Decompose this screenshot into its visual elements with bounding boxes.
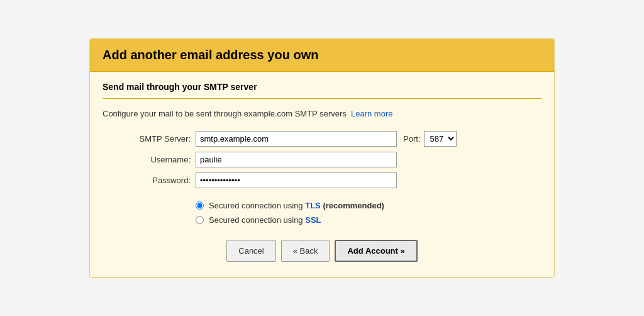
tls-recommended: (recommended) xyxy=(323,201,384,210)
password-label: Password: xyxy=(128,176,191,185)
tls-radio[interactable] xyxy=(196,201,204,210)
add-account-button[interactable]: Add Account » xyxy=(335,240,417,262)
ssl-label-text: Secured connection using SSL xyxy=(209,215,321,225)
tls-label-text: Secured connection using TLS (recommende… xyxy=(209,201,384,210)
tls-link[interactable]: TLS xyxy=(305,201,321,210)
dialog-header: Add another email address you own xyxy=(90,39,554,72)
password-row: Password: xyxy=(128,172,541,188)
dialog-title: Add another email address you own xyxy=(103,48,541,62)
form-table: SMTP Server: Port: 587 465 25 Username: xyxy=(128,131,541,188)
port-select[interactable]: 587 465 25 xyxy=(424,131,457,147)
server-row: Port: 587 465 25 xyxy=(196,131,457,147)
username-label: Username: xyxy=(128,155,191,164)
ssl-radio-row: Secured connection using SSL xyxy=(196,215,541,225)
username-row: Username: xyxy=(128,152,541,167)
tls-label: Secured connection using xyxy=(209,201,303,210)
smtp-input[interactable] xyxy=(196,131,397,147)
ssl-label: Secured connection using xyxy=(209,215,303,225)
learn-more-link[interactable]: Learn more xyxy=(351,109,392,118)
port-label: Port: xyxy=(403,134,420,144)
divider xyxy=(103,98,541,99)
section-title: Send mail through your SMTP server xyxy=(103,82,541,92)
smtp-label: SMTP Server: xyxy=(128,134,191,144)
dialog-body: Send mail through your SMTP server Confi… xyxy=(90,72,554,277)
description-text: Configure your mail to be sent through e… xyxy=(103,109,347,118)
tls-radio-row: Secured connection using TLS (recommende… xyxy=(196,201,541,210)
ssl-radio[interactable] xyxy=(196,216,204,224)
smtp-row: SMTP Server: Port: 587 465 25 xyxy=(128,131,541,147)
description: Configure your mail to be sent through e… xyxy=(103,109,541,118)
dialog: Add another email address you own Send m… xyxy=(89,38,555,278)
cancel-button[interactable]: Cancel xyxy=(226,240,275,262)
radio-section: Secured connection using TLS (recommende… xyxy=(196,201,541,225)
username-input[interactable] xyxy=(196,152,397,167)
back-button[interactable]: « Back xyxy=(281,240,330,262)
password-input[interactable] xyxy=(196,172,397,188)
button-row: Cancel « Back Add Account » xyxy=(103,240,541,262)
ssl-link[interactable]: SSL xyxy=(305,215,321,225)
